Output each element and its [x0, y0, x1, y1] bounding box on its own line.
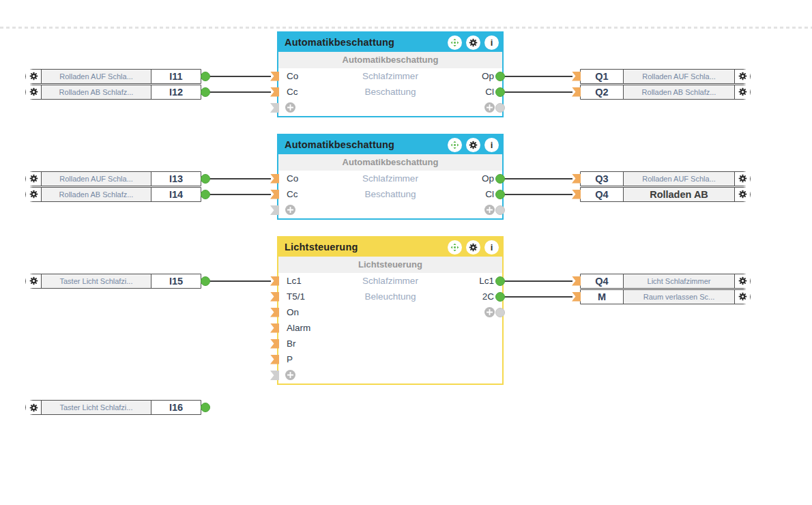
gear-icon[interactable]	[735, 85, 750, 99]
wire[interactable]	[209, 91, 271, 93]
gear-icon[interactable]	[466, 35, 480, 50]
output-connector[interactable]	[495, 174, 505, 184]
connector-placeholder[interactable]	[495, 103, 505, 113]
output-connector[interactable]	[201, 190, 210, 199]
block-input-name: Br	[278, 338, 326, 349]
input-reference[interactable]: Rolladen AUF Schla...I11	[25, 69, 201, 84]
gear-icon[interactable]	[735, 290, 750, 304]
wire[interactable]	[504, 178, 572, 179]
gear-icon[interactable]	[735, 274, 750, 288]
output-connector[interactable]	[201, 72, 210, 81]
workspace-canvas[interactable]: AutomatikbeschattungiAutomatikbeschattun…	[0, 0, 812, 505]
input-connector[interactable]	[270, 308, 279, 317]
wire[interactable]	[504, 91, 572, 93]
wire[interactable]	[504, 76, 572, 77]
connector-placeholder[interactable]	[495, 205, 505, 215]
wire[interactable]	[504, 280, 572, 282]
wire[interactable]	[209, 178, 271, 179]
block-header[interactable]: Lichtsteuerungi	[278, 237, 502, 257]
input-connector[interactable]	[270, 190, 279, 199]
block-title: Automatikbeschattung	[285, 37, 394, 48]
output-reference-id: Q4	[581, 274, 624, 288]
block-header[interactable]: Automatikbeschattungi	[278, 33, 502, 52]
add-input-button[interactable]	[285, 102, 295, 113]
wire[interactable]	[209, 280, 271, 282]
gear-icon[interactable]	[466, 240, 480, 255]
add-output-button[interactable]	[484, 205, 495, 215]
output-reference[interactable]: Q3Rolladen AUF Schla...	[580, 171, 751, 186]
output-connector[interactable]	[495, 292, 505, 302]
input-connector[interactable]	[572, 276, 581, 286]
block-header[interactable]: Automatikbeschattungi	[278, 135, 502, 154]
wire[interactable]	[504, 296, 572, 298]
output-reference[interactable]: Q2Rolladen AB Schlafz...	[580, 85, 751, 100]
output-reference-id: Q1	[581, 70, 624, 83]
add-input-button[interactable]	[285, 205, 295, 215]
output-reference[interactable]: Q1Rolladen AUF Schla...	[580, 69, 751, 84]
input-connector[interactable]	[270, 72, 279, 81]
gear-icon[interactable]	[26, 85, 41, 99]
gear-icon[interactable]	[466, 138, 480, 152]
gear-icon[interactable]	[735, 172, 750, 186]
wire[interactable]	[504, 194, 572, 195]
connector-placeholder[interactable]	[270, 205, 279, 215]
output-connector[interactable]	[201, 403, 210, 412]
input-reference[interactable]: Rolladen AUF Schla...I13	[25, 171, 201, 186]
input-reference[interactable]: Taster Licht Schlafzi...I16	[25, 400, 201, 415]
input-connector[interactable]	[572, 174, 581, 184]
output-connector[interactable]	[495, 72, 505, 81]
output-connector[interactable]	[201, 174, 210, 184]
input-connector[interactable]	[270, 174, 279, 184]
input-connector[interactable]	[270, 276, 279, 286]
output-reference-label: Licht Schlafzimmer	[624, 274, 735, 288]
info-icon[interactable]: i	[484, 240, 499, 255]
input-connector[interactable]	[270, 87, 279, 97]
output-reference[interactable]: Q4Rolladen AB	[580, 187, 751, 202]
input-connector[interactable]	[572, 87, 581, 97]
input-connector[interactable]	[572, 72, 581, 81]
add-output-button[interactable]	[484, 102, 495, 113]
input-connector[interactable]	[572, 292, 581, 302]
output-reference[interactable]: MRaum verlassen Sc...	[580, 289, 751, 304]
input-reference[interactable]: Rolladen AB Schlafz...I12	[25, 85, 201, 100]
connector-placeholder[interactable]	[495, 308, 505, 317]
block-subtitle: Automatikbeschattung	[278, 52, 502, 68]
wire[interactable]	[209, 76, 271, 77]
gear-icon[interactable]	[735, 70, 750, 83]
info-icon[interactable]: i	[484, 138, 499, 152]
gear-icon[interactable]	[735, 188, 750, 201]
block-header-icons: i	[444, 35, 499, 50]
block-title: Lichtsteuerung	[285, 242, 358, 252]
add-input-button[interactable]	[285, 370, 295, 380]
input-connector[interactable]	[270, 292, 279, 302]
move-icon[interactable]	[448, 240, 462, 255]
gear-icon[interactable]	[26, 274, 41, 288]
output-connector[interactable]	[201, 276, 210, 286]
output-connector[interactable]	[495, 87, 505, 97]
output-connector[interactable]	[495, 190, 505, 199]
add-output-button[interactable]	[484, 307, 495, 317]
input-connector[interactable]	[270, 355, 279, 364]
input-reference[interactable]: Rolladen AB Schlafz...I14	[25, 187, 201, 202]
move-icon[interactable]	[448, 35, 462, 50]
input-connector[interactable]	[270, 339, 279, 349]
output-reference[interactable]: Q4Licht Schlafzimmer	[580, 274, 751, 289]
input-connector[interactable]	[572, 190, 581, 199]
connector-placeholder[interactable]	[270, 371, 279, 380]
gear-icon[interactable]	[26, 172, 41, 186]
output-connector[interactable]	[495, 276, 505, 286]
gear-icon[interactable]	[26, 401, 41, 414]
input-connector[interactable]	[270, 323, 279, 333]
gear-icon[interactable]	[26, 188, 41, 201]
gear-icon[interactable]	[26, 70, 41, 83]
block-subtitle: Automatikbeschattung	[278, 154, 502, 171]
output-connector[interactable]	[201, 87, 210, 97]
move-icon[interactable]	[448, 138, 462, 152]
block-row-description: Schlafzimmer	[326, 71, 454, 81]
connector-placeholder[interactable]	[270, 103, 279, 113]
input-reference-id: I13	[151, 172, 201, 186]
input-reference[interactable]: Taster Licht Schlafzi...I15	[25, 274, 201, 289]
info-icon[interactable]: i	[484, 35, 499, 50]
wire[interactable]	[209, 194, 271, 195]
block-row: CoSchlafzimmerOp	[278, 68, 502, 84]
